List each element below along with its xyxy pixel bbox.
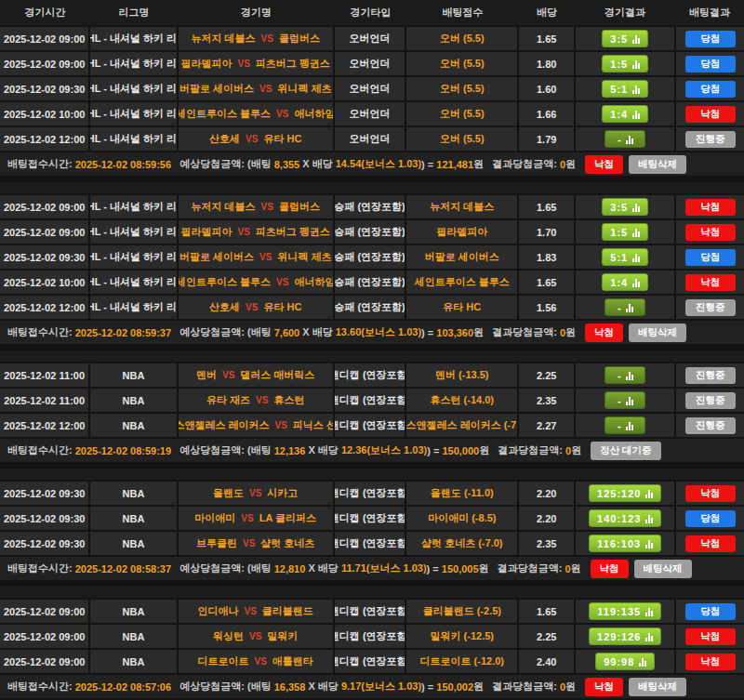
summary-segment: 예상당첨금액: (배팅: [171, 443, 274, 457]
summary-segment: 원: [565, 680, 576, 693]
score-button[interactable]: 1:5: [602, 55, 648, 73]
score-button[interactable]: -: [604, 130, 645, 148]
bet-pick-cell: 샬럿 호네츠 (-7.0): [406, 532, 517, 555]
game-name-cell: 디트로이트VS애틀랜타: [179, 650, 333, 673]
summary-segment: X 배당: [299, 157, 336, 171]
game-name-cell: 뉴저지 데블스VS콜럼버스: [179, 27, 333, 50]
game-type-cell: 핸디캡 (연장포함): [335, 414, 405, 437]
league-cell: NHL - 내셔널 하키 리그: [90, 195, 176, 218]
summary-segment: ) =: [421, 327, 436, 338]
home-team: 유타 재즈: [206, 393, 250, 407]
away-team: 피츠버그 펭귄스: [256, 57, 330, 71]
vs-label: VS: [259, 252, 272, 262]
vs-label: VS: [276, 277, 288, 287]
bet-result-badge: 낙첨: [685, 106, 736, 123]
away-team: 휴스턴: [273, 393, 304, 407]
delete-bet-button[interactable]: 배팅삭제: [634, 560, 692, 578]
score-button[interactable]: 3:5: [602, 30, 648, 47]
odds-cell: 1.65: [519, 600, 574, 623]
game-time-cell: 2025-12-02 09:00: [0, 220, 88, 244]
home-team: 워싱턴: [213, 629, 244, 643]
summary-segment: 배팅접수시간:: [7, 443, 75, 457]
bet-pick-cell: 세인트루이스 블루스: [406, 271, 517, 294]
slip-status-badge: 낙첨: [585, 678, 623, 696]
score-button[interactable]: 5:1: [602, 248, 648, 266]
score-button[interactable]: -: [604, 391, 645, 409]
bet-result-badge: 진행중: [685, 392, 736, 409]
game-result-cell: 125:120: [576, 482, 674, 505]
bet-pick-cell: 버팔로 세이버스: [406, 245, 517, 269]
slip-summary: 배팅접수시간: 2025-12-02 08:59:19 예상당첨금액: (배팅 …: [0, 439, 744, 462]
bet-result-badge: 진행중: [685, 299, 736, 316]
bet-result-badge: 진행중: [685, 131, 736, 148]
summary-buttons: 정산 대기중: [591, 442, 660, 460]
game-time-cell: 2025-12-02 09:00: [0, 650, 88, 673]
bar-chart-icon: [632, 278, 640, 287]
bet-result-badge: 낙첨: [685, 224, 736, 241]
game-time-cell: 2025-12-02 12:00: [0, 414, 88, 437]
away-team: 콜럼버스: [279, 200, 320, 214]
delete-bet-button[interactable]: 배팅삭제: [629, 324, 686, 342]
odds-cell: 2.20: [519, 482, 574, 505]
bet-result-cell: 진행중: [676, 363, 744, 387]
score-button[interactable]: 1:5: [602, 223, 648, 241]
slip-status-badge: 낙첨: [585, 324, 623, 342]
game-name-cell: 워싱턴VS밀워키: [179, 625, 333, 648]
game-type-cell: 오버언더: [335, 27, 405, 50]
bet-pick-cell: 디트로이트 (-12.0): [406, 650, 517, 673]
summary-buttons: 낙첨배팅삭제: [585, 324, 686, 342]
bet-result-cell: 진행중: [676, 296, 744, 319]
delete-bet-button[interactable]: 배팅삭제: [629, 678, 686, 696]
score-button[interactable]: 119:135: [589, 602, 661, 620]
score-button[interactable]: 3:5: [602, 198, 648, 216]
score-button[interactable]: 116:103: [589, 535, 661, 552]
score-button[interactable]: 99:98: [595, 653, 655, 670]
score-button[interactable]: 140:123: [589, 509, 661, 527]
score-button[interactable]: -: [604, 416, 645, 434]
bet-result-cell: 낙첨: [676, 102, 744, 125]
delete-bet-button[interactable]: 배팅삭제: [629, 155, 686, 174]
league-cell: NBA: [90, 600, 176, 623]
away-team: 샬럿 호네츠: [260, 536, 314, 550]
home-team: 산호세: [209, 300, 240, 314]
score-button[interactable]: 1:4: [602, 105, 648, 123]
vs-label: VS: [249, 631, 261, 641]
game-time-cell: 2025-12-02 11:00: [0, 389, 88, 412]
odds-cell: 2.27: [519, 414, 574, 437]
score-button[interactable]: -: [604, 298, 645, 316]
game-time-cell: 2025-12-02 09:30: [0, 507, 88, 530]
bet-result-cell: 진행중: [676, 389, 744, 412]
game-result-cell: 1:4: [576, 102, 674, 125]
table-header: [0, 587, 744, 598]
bet-slip-1: 경기시간리그명경기명경기타입배팅점수배당경기결과배팅결과2025-12-02 0…: [0, 0, 744, 176]
settlement-pending-badge: 정산 대기중: [591, 442, 660, 460]
score-text: -: [618, 134, 621, 145]
summary-buttons: 낙첨배팅삭제: [591, 560, 692, 578]
score-button[interactable]: 125:120: [589, 484, 661, 502]
vs-label: VS: [222, 370, 234, 380]
summary-segment: 원: [571, 443, 581, 457]
summary-segment: ) =: [427, 563, 442, 575]
summary-text: 배팅접수시간: 2025-12-02 08:59:56 예상당첨금액: (배팅 …: [7, 157, 576, 171]
bet-result-cell: 진행중: [676, 127, 744, 151]
away-team: 위니펙 제츠: [277, 82, 331, 96]
home-team: 올랜도: [213, 486, 244, 500]
bet-pick-cell: 오버 (5.5): [406, 127, 517, 151]
game-name-cell: 산호세VS유타 HC: [179, 296, 333, 319]
bar-chart-icon: [645, 514, 653, 523]
score-button[interactable]: -: [604, 366, 645, 384]
score-button[interactable]: 1:4: [602, 273, 648, 291]
score-button[interactable]: 5:1: [602, 80, 648, 98]
bet-slip-5: 2025-12-02 09:00NBA인디애나VS클리블랜드핸디캡 (연장포함)…: [0, 587, 744, 698]
summary-text: 배팅접수시간: 2025-12-02 08:59:37 예상당첨금액: (배팅 …: [7, 325, 576, 339]
summary-segment: 121,481: [436, 159, 473, 170]
table-header: [0, 350, 744, 362]
slip-summary: 배팅접수시간: 2025-12-02 08:57:06 예상당첨금액: (배팅 …: [0, 675, 744, 698]
summary-segment: 103,360: [436, 327, 473, 338]
league-cell: NBA: [90, 532, 176, 555]
game-type-cell: 오버언더: [335, 127, 405, 151]
home-team: 브루클린: [196, 536, 237, 550]
score-button[interactable]: 129:126: [589, 627, 661, 645]
bet-result-badge: 진행중: [685, 417, 736, 434]
away-team: 피닉스 선스: [293, 418, 333, 432]
